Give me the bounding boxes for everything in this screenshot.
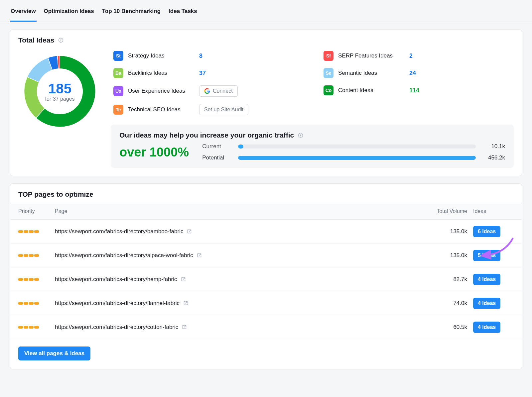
bar-potential-value: 456.2k xyxy=(482,154,505,161)
page-url[interactable]: https://sewport.com/fabrics-directory/he… xyxy=(55,276,421,283)
bar-current-value: 10.1k xyxy=(482,143,505,150)
page-url-text: https://sewport.com/fabrics-directory/al… xyxy=(55,252,193,259)
page-url-text: https://sewport.com/fabrics-directory/fl… xyxy=(55,300,180,307)
svg-rect-4 xyxy=(300,135,301,137)
tab-top10-benchmarking[interactable]: Top 10 Benchmarking xyxy=(101,6,161,22)
volume-value: 74.0k xyxy=(421,300,467,307)
tabs: Overview Optimization Ideas Top 10 Bench… xyxy=(0,0,532,22)
ideas-button[interactable]: 4 ideas xyxy=(473,274,500,285)
label-ux: User Experience Ideas xyxy=(128,88,195,94)
ideas-count: 185 xyxy=(48,81,71,97)
value-strategy[interactable]: 8 xyxy=(199,52,211,59)
row-content: Co Content Ideas 114 xyxy=(324,85,514,95)
bar-potential-track xyxy=(238,156,476,160)
top-pages-title: TOP pages to optimize xyxy=(18,190,93,198)
traffic-panel: Our ideas may help you increase your org… xyxy=(111,125,514,168)
page-url[interactable]: https://sewport.com/fabrics-directory/co… xyxy=(55,324,421,331)
bar-potential-label: Potential xyxy=(202,154,232,161)
setup-site-audit-button[interactable]: Set up Site Audit xyxy=(199,104,248,115)
view-all-button[interactable]: View all pages & ideas xyxy=(18,347,90,360)
badge-ux: Ux xyxy=(113,86,123,96)
priority-pill xyxy=(18,278,55,281)
page-url-text: https://sewport.com/fabrics-directory/ba… xyxy=(55,228,183,235)
page-url[interactable]: https://sewport.com/fabrics-directory/fl… xyxy=(55,300,421,307)
google-icon xyxy=(204,88,210,94)
top-pages-card: TOP pages to optimize Priority Page Tota… xyxy=(10,183,522,369)
traffic-percent: over 1000% xyxy=(119,145,189,159)
priority-pill xyxy=(18,230,55,233)
row-technical: Te Technical SEO Ideas Set up Site Audit xyxy=(113,104,304,115)
ideas-col-right: Sf SERP Features Ideas 2 Se Semantic Ide… xyxy=(324,51,514,115)
total-ideas-card: Total Ideas 185 for 37 pages xyxy=(10,29,522,176)
ideas-subtext: for 37 pages xyxy=(45,96,75,102)
badge-content: Co xyxy=(324,85,333,95)
row-ux: Ux User Experience Ideas Connect xyxy=(113,85,304,97)
ideas-donut-chart: 185 for 37 pages xyxy=(19,51,100,132)
ideas-col-left: St Strategy Ideas 8 Ba Backlinks Ideas 3… xyxy=(113,51,304,115)
external-link-icon xyxy=(182,325,187,330)
table-row: https://sewport.com/fabrics-directory/ba… xyxy=(10,220,522,244)
badge-backlinks: Ba xyxy=(113,68,123,78)
volume-value: 60.5k xyxy=(421,324,467,331)
label-content: Content Ideas xyxy=(338,87,405,94)
tab-idea-tasks[interactable]: Idea Tasks xyxy=(168,6,198,22)
label-backlinks: Backlinks Ideas xyxy=(128,70,195,76)
priority-pill xyxy=(18,326,55,329)
row-serp: Sf SERP Features Ideas 2 xyxy=(324,51,514,61)
ideas-button[interactable]: 6 ideas xyxy=(473,226,500,237)
svg-point-2 xyxy=(61,39,61,40)
external-link-icon xyxy=(183,301,188,306)
table-row: https://sewport.com/fabrics-directory/al… xyxy=(10,244,522,267)
traffic-title: Our ideas may help you increase your org… xyxy=(119,131,294,139)
page-url[interactable]: https://sewport.com/fabrics-directory/al… xyxy=(55,252,421,259)
info-icon xyxy=(58,38,64,43)
value-serp[interactable]: 2 xyxy=(409,52,421,59)
bar-current-fill xyxy=(238,145,243,149)
external-link-icon xyxy=(187,229,192,234)
external-link-icon xyxy=(197,253,202,258)
page-url-text: https://sewport.com/fabrics-directory/co… xyxy=(55,324,178,331)
table-row: https://sewport.com/fabrics-directory/fl… xyxy=(10,291,522,315)
label-semantic: Semantic Ideas xyxy=(338,70,405,76)
row-semantic: Se Semantic Ideas 24 xyxy=(324,68,514,78)
row-strategy: St Strategy Ideas 8 xyxy=(113,51,304,61)
table-header-row: Priority Page Total Volume Ideas xyxy=(10,203,522,219)
th-volume[interactable]: Total Volume xyxy=(421,208,467,214)
priority-pill xyxy=(18,302,55,305)
table-row: https://sewport.com/fabrics-directory/co… xyxy=(10,315,522,339)
bar-current-label: Current xyxy=(202,143,232,150)
value-semantic[interactable]: 24 xyxy=(409,70,421,77)
bar-current: Current 10.1k xyxy=(202,143,505,150)
svg-rect-1 xyxy=(61,40,61,42)
value-content[interactable]: 114 xyxy=(409,87,421,94)
badge-serp: Sf xyxy=(324,51,333,61)
value-backlinks[interactable]: 37 xyxy=(199,70,211,77)
ideas-button[interactable]: 5 ideas xyxy=(473,250,500,261)
ideas-button[interactable]: 4 ideas xyxy=(473,322,500,333)
th-page[interactable]: Page xyxy=(55,208,421,214)
svg-point-5 xyxy=(300,134,301,135)
badge-technical: Te xyxy=(113,105,123,115)
connect-button[interactable]: Connect xyxy=(199,85,238,97)
badge-strategy: St xyxy=(113,51,123,61)
th-ideas[interactable]: Ideas xyxy=(467,208,514,214)
table-body: https://sewport.com/fabrics-directory/ba… xyxy=(10,220,522,339)
external-link-icon xyxy=(181,277,186,282)
info-icon xyxy=(298,133,303,138)
volume-value: 135.0k xyxy=(421,228,467,235)
ideas-button[interactable]: 4 ideas xyxy=(473,298,500,309)
volume-value: 82.7k xyxy=(421,276,467,283)
bar-potential: Potential 456.2k xyxy=(202,154,505,161)
priority-pill xyxy=(18,254,55,257)
table-row: https://sewport.com/fabrics-directory/he… xyxy=(10,267,522,291)
th-priority[interactable]: Priority xyxy=(18,208,55,214)
page-url[interactable]: https://sewport.com/fabrics-directory/ba… xyxy=(55,228,421,235)
page-url-text: https://sewport.com/fabrics-directory/he… xyxy=(55,276,177,283)
total-ideas-title: Total Ideas xyxy=(18,36,54,44)
label-serp: SERP Features Ideas xyxy=(338,52,405,59)
bar-potential-fill xyxy=(238,156,476,160)
connect-label: Connect xyxy=(213,88,233,94)
tab-optimization-ideas[interactable]: Optimization Ideas xyxy=(43,6,95,22)
tab-overview[interactable]: Overview xyxy=(10,6,37,22)
volume-value: 135.0k xyxy=(421,252,467,259)
